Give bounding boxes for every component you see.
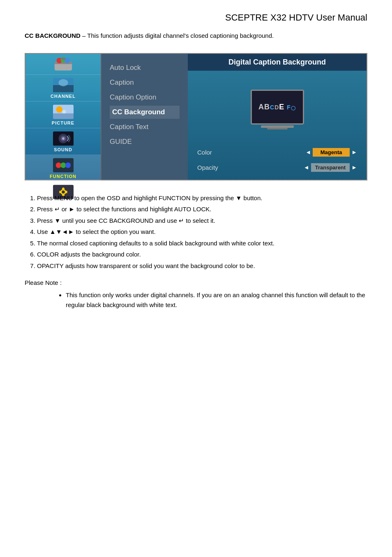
menu-item-caption-text[interactable]: Caption Text: [110, 120, 180, 134]
svg-point-11: [62, 110, 66, 114]
note-bullets: This function only works under digital c…: [25, 290, 367, 310]
svg-rect-12: [53, 113, 74, 118]
tv-screen: ABCDE F◯: [251, 90, 304, 125]
svg-point-20: [65, 162, 70, 168]
opacity-left-arrow[interactable]: ◄: [304, 164, 309, 171]
tv-icon-container: ABCDE F◯: [251, 77, 304, 142]
svg-point-19: [60, 162, 66, 168]
color-option-value: ◄ Magenta ►: [305, 148, 357, 157]
svg-point-10: [56, 106, 62, 112]
svg-point-16: [62, 137, 65, 140]
sidebar-label-sound: SOUND: [54, 147, 72, 152]
sidebar-item-channel[interactable]: CHANNEL: [25, 75, 101, 102]
sidebar-item-sound[interactable]: SOUND: [25, 128, 101, 155]
osd-screenshot: CHANNEL PICTURE: [25, 53, 367, 180]
opacity-value-box: Transparent: [311, 163, 350, 172]
menu-item-caption-option[interactable]: Caption Option: [110, 91, 180, 104]
function-icon: [53, 157, 74, 173]
color-left-arrow[interactable]: ◄: [305, 149, 311, 155]
sidebar-item-function[interactable]: FUNCTION: [25, 155, 101, 182]
osd-right-panel: Digital Caption Background ABCDE F◯ Colo: [188, 54, 367, 180]
color-option-row: Color ◄ Magenta ►: [194, 146, 360, 158]
osd-menu-panel: Auto Lock Caption Caption Option CC Back…: [101, 54, 188, 180]
opacity-option-label: Opacity: [197, 164, 218, 171]
menu-item-cc-background[interactable]: CC Background: [110, 106, 180, 119]
opacity-option-row: Opacity ◄ Transparent ►: [194, 162, 360, 173]
steps-list: Press MENU to open the OSD and highlight…: [25, 193, 367, 271]
step-2: Press ↵ or ► to select the functions and…: [37, 204, 367, 215]
tv-stand: [261, 125, 294, 128]
instructions: Press MENU to open the OSD and highlight…: [25, 193, 367, 271]
step-5: The normal closed captioning defaults to…: [37, 238, 367, 249]
note-bullet-1: This function only works under digital c…: [66, 290, 367, 310]
sound-icon: [53, 131, 74, 146]
sidebar-label-channel: CHANNEL: [51, 94, 76, 99]
opacity-option-value: ◄ Transparent ►: [304, 163, 357, 172]
sidebar-item-top: [25, 54, 101, 75]
right-panel-header: Digital Caption Background: [188, 54, 367, 71]
channel-icon: [53, 77, 74, 93]
color-option-label: Color: [197, 149, 212, 156]
step-7: OPACITY adjusts how transparent or solid…: [37, 261, 367, 271]
tv-screen-text: ABCDE F◯: [258, 103, 296, 111]
opacity-right-arrow[interactable]: ►: [351, 164, 357, 171]
sidebar-item-picture[interactable]: PICTURE: [25, 102, 101, 128]
right-panel-content: ABCDE F◯ Color ◄ Magenta ►: [188, 71, 367, 180]
step-1: Press MENU to open the OSD and highlight…: [37, 193, 367, 203]
step-4: Use ▲▼◄► to select the option you want.: [37, 226, 367, 237]
intro-bold: CC BACKGROUND: [25, 32, 81, 39]
step-6: COLOR adjusts the background color.: [37, 249, 367, 260]
menu-item-caption[interactable]: Caption: [110, 76, 180, 89]
svg-point-18: [55, 162, 61, 168]
step-3: Press ▼ until you see CC BACKGROUND and …: [37, 215, 367, 226]
color-right-arrow[interactable]: ►: [351, 149, 357, 155]
sidebar-label-picture: PICTURE: [52, 120, 74, 125]
page-title: SCEPTRE X32 HDTV User Manual: [25, 12, 367, 23]
menu-item-guide[interactable]: GUIDE: [110, 135, 180, 148]
tv-base: [267, 128, 288, 129]
picture-icon: [53, 104, 74, 120]
menu-item-autolock[interactable]: Auto Lock: [110, 61, 180, 74]
svg-rect-5: [61, 58, 66, 60]
svg-point-8: [58, 79, 68, 86]
please-note-label: Please Note :: [25, 279, 367, 286]
intro-text: CC BACKGROUND – This function adjusts di…: [25, 31, 367, 41]
sidebar-label-function: FUNCTION: [50, 174, 76, 179]
toys-icon: [53, 56, 74, 72]
color-value-box: Magenta: [313, 148, 350, 157]
osd-sidebar: CHANNEL PICTURE: [25, 54, 101, 180]
options-container: Color ◄ Magenta ► Opacity ◄ Transparent …: [194, 146, 360, 173]
